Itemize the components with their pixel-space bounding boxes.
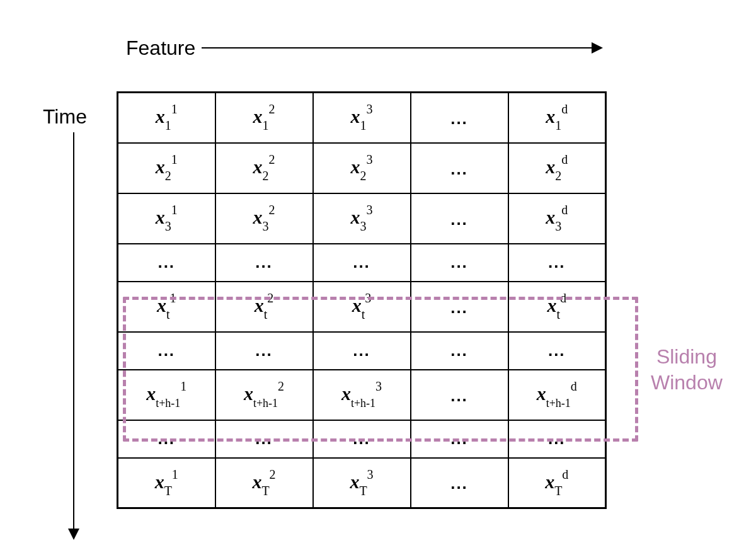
matrix-cell-dots: ... [411,244,508,282]
matrix-cell: ... [411,458,508,508]
matrix-cell-dots: ... [411,332,508,370]
matrix-cell: ... [411,143,508,193]
matrix-cell: x12 [215,93,313,143]
matrix-cell: x22 [215,143,313,193]
matrix-cell-dots: ... [508,244,606,282]
matrix-cell: ... [411,282,508,332]
matrix-cell: xt+h-13 [313,370,411,420]
matrix-cell: xtd [508,282,606,332]
matrix-cell-dots: ... [508,332,606,370]
time-axis-arrow [73,132,74,539]
matrix-cell: xt3 [313,282,411,332]
sliding-window-label: Sliding Window [651,344,723,396]
matrix-cell: ... [411,370,508,420]
matrix-cell: ... [411,193,508,244]
matrix-cell: xTd [508,458,606,508]
matrix-cell-dots: ... [313,420,411,458]
matrix-cell-dots: ... [313,332,411,370]
matrix-cell-dots: ... [411,420,508,458]
matrix-row: x31x32x33...x3d [118,193,606,244]
matrix-cell-dots: ... [118,420,215,458]
sliding-window-label-line1: Sliding [656,345,717,368]
matrix-cell: x11 [118,93,215,143]
matrix-cell: x23 [313,143,411,193]
data-matrix: x11x12x13...x1dx21x22x23...x2dx31x32x33.… [117,91,607,509]
matrix-cell-dots: ... [215,332,313,370]
matrix-cell: xt+h-11 [118,370,215,420]
time-axis-label: Time [43,105,87,129]
matrix-cell-dots: ... [118,244,215,282]
matrix-cell: x13 [313,93,411,143]
feature-axis-label: Feature [126,37,195,60]
matrix-cell: xt+h-12 [215,370,313,420]
matrix-cell: xT2 [215,458,313,508]
matrix-cell: x32 [215,193,313,244]
matrix-cell: xt2 [215,282,313,332]
matrix-cell-dots: ... [313,244,411,282]
matrix-cell: xT3 [313,458,411,508]
matrix-cell-dots: ... [508,420,606,458]
matrix-cell: x21 [118,143,215,193]
matrix-cell: x31 [118,193,215,244]
matrix-cell: xt+h-1d [508,370,606,420]
matrix-cell: ... [411,93,508,143]
matrix-row: ............... [118,244,606,282]
matrix-cell-dots: ... [215,244,313,282]
matrix-cell: xT1 [118,458,215,508]
matrix-cell-dots: ... [215,420,313,458]
matrix-cell: x3d [508,193,606,244]
matrix-row: xT1xT2xT3...xTd [118,458,606,508]
matrix-row: x11x12x13...x1d [118,93,606,143]
sliding-window-label-line2: Window [651,371,723,394]
matrix-cell: x33 [313,193,411,244]
feature-axis-arrow [202,47,602,49]
matrix-cell: x1d [508,93,606,143]
matrix-row: ............... [118,332,606,370]
matrix-row: xt1xt2xt3...xtd [118,282,606,332]
matrix-row: x21x22x23...x2d [118,143,606,193]
matrix-cell-dots: ... [118,332,215,370]
matrix-cell: xt1 [118,282,215,332]
matrix-row: xt+h-11xt+h-12xt+h-13...xt+h-1d [118,370,606,420]
matrix-cell: x2d [508,143,606,193]
matrix-row: ............... [118,420,606,458]
